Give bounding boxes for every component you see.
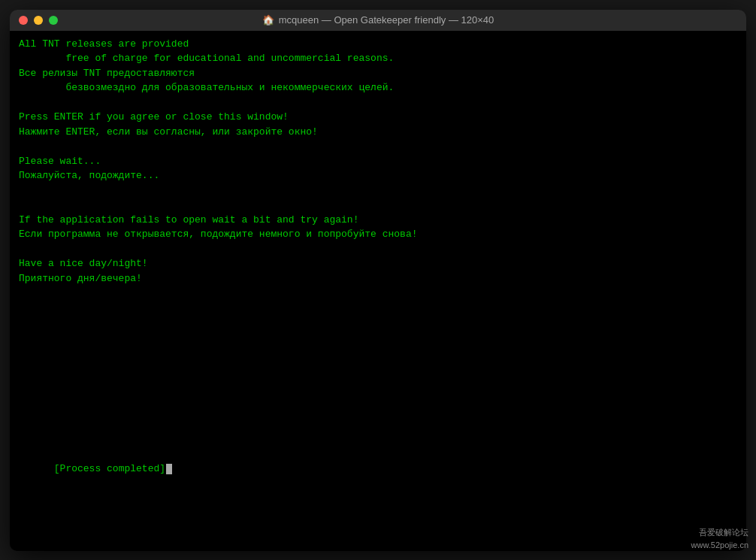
maximize-button[interactable] xyxy=(49,16,58,25)
watermark-line1: 吾爱破解论坛 xyxy=(691,526,748,540)
traffic-lights xyxy=(19,16,58,25)
title-icon: 🏠 xyxy=(262,14,274,26)
terminal-window: 🏠 mcqueen — Open Gatekeeper friendly — 1… xyxy=(10,10,746,551)
window-title: 🏠 mcqueen — Open Gatekeeper friendly — 1… xyxy=(262,14,494,26)
close-button[interactable] xyxy=(19,16,28,25)
titlebar: 🏠 mcqueen — Open Gatekeeper friendly — 1… xyxy=(10,10,746,31)
terminal-output: All TNT releases are provided free of ch… xyxy=(19,37,737,447)
cursor xyxy=(166,464,172,474)
minimize-button[interactable] xyxy=(34,16,43,25)
title-label: mcqueen — Open Gatekeeper friendly — 120… xyxy=(279,14,494,26)
watermark: 吾爱破解论坛 www.52pojie.cn xyxy=(691,526,748,552)
terminal-body[interactable]: All TNT releases are provided free of ch… xyxy=(10,31,746,551)
process-completed-line: [Process completed] xyxy=(19,447,737,492)
watermark-line2: www.52pojie.cn xyxy=(691,539,748,552)
process-text: [Process completed] xyxy=(54,462,165,477)
